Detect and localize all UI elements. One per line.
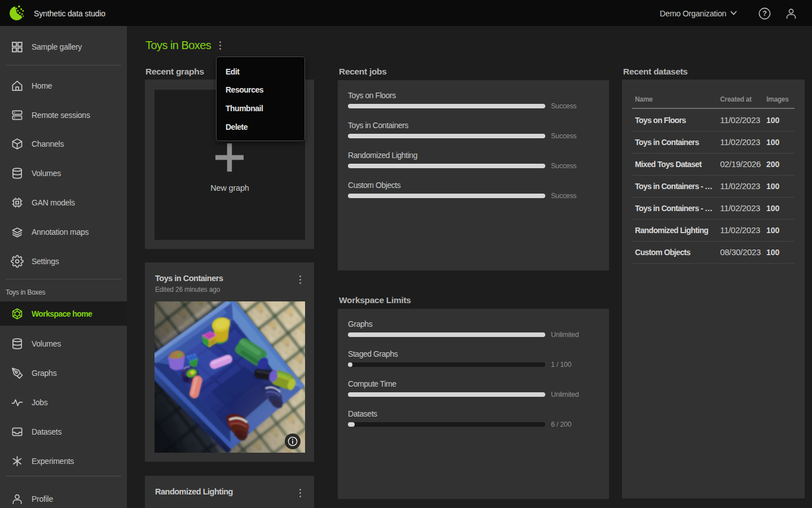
svg-text:?: ? — [762, 10, 767, 17]
